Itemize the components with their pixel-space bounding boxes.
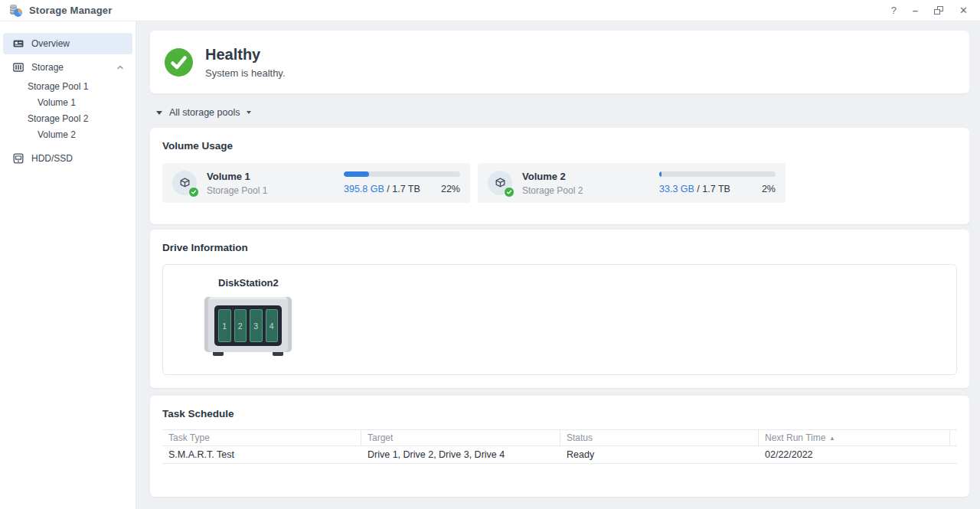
sidebar: Overview Storage Storage Pool 1 Volume 1… — [0, 21, 136, 509]
used-percent: 2% — [762, 184, 776, 194]
health-status-title: Healthy — [205, 46, 286, 64]
sidebar-item-storage[interactable]: Storage — [3, 57, 132, 78]
column-header-label: Next Run Time — [765, 432, 825, 443]
restore-button[interactable] — [934, 5, 943, 17]
usage-progress-fill — [344, 171, 369, 177]
volume-usage-section: Volume Usage Volume 1 Storage Pool 1 — [150, 128, 969, 224]
volume-tiles: Volume 1 Storage Pool 1 395.8 GB / 1.7 T… — [162, 163, 957, 203]
total-capacity: 1.7 TB — [392, 184, 420, 194]
chevron-up-icon — [116, 63, 125, 72]
usage-values: 395.8 GB / 1.7 TB 22% — [344, 184, 460, 194]
used-percent: 22% — [441, 184, 460, 194]
volume-cube-icon — [488, 171, 512, 195]
storage-icon — [12, 61, 24, 73]
cell-target: Drive 1, Drive 2, Drive 3, Drive 4 — [361, 449, 560, 460]
capacity-separator: / — [694, 184, 702, 194]
drive-bay-1[interactable]: 1 — [218, 309, 231, 342]
main-content: Healthy System is healthy. All storage p… — [137, 21, 980, 509]
column-header-label: Target — [368, 432, 393, 443]
column-header-label: Status — [567, 432, 593, 443]
column-header-next-run-time[interactable]: Next Run Time ▲ — [759, 430, 950, 445]
window-title: Storage Manager — [29, 5, 112, 16]
health-status-message: System is healthy. — [205, 67, 286, 79]
health-banner: Healthy System is healthy. — [150, 31, 969, 93]
usage-progress-track — [659, 171, 776, 177]
drive-bay-panel: 1 2 3 4 — [214, 305, 282, 346]
volume-labels: Volume 2 Storage Pool 2 — [522, 171, 583, 196]
column-header-label: Task Type — [168, 432, 210, 443]
collapse-caret-icon — [156, 111, 162, 115]
volume-usage-meter: 395.8 GB / 1.7 TB 22% — [344, 171, 460, 194]
sort-ascending-icon: ▲ — [829, 435, 835, 442]
column-header-target[interactable]: Target — [361, 430, 560, 445]
used-capacity: 33.3 GB — [659, 184, 694, 194]
sidebar-item-label: Volume 2 — [38, 129, 76, 140]
storage-manager-app-icon — [8, 3, 23, 18]
minimize-button[interactable]: – — [913, 5, 918, 17]
volume-healthy-badge-icon — [504, 187, 514, 197]
task-schedule-table: Task Type Target Status Next Run Time ▲ … — [162, 429, 957, 464]
drive-information-title: Drive Information — [162, 242, 957, 253]
healthy-check-icon — [165, 48, 193, 77]
nas-foot — [213, 352, 224, 356]
sidebar-item-label: Storage Pool 2 — [28, 113, 88, 124]
sidebar-item-label: Storage Pool 1 — [28, 81, 88, 92]
restore-icon — [934, 6, 943, 15]
drive-information-section: Drive Information DiskStation2 1 2 3 4 — [150, 230, 969, 388]
drive-bay-3[interactable]: 3 — [250, 309, 263, 342]
sidebar-item-label: Storage — [31, 62, 64, 73]
title-bar: Storage Manager ? – ✕ — [0, 0, 980, 21]
pool-filter-toggle[interactable]: All storage pools — [150, 101, 969, 124]
sidebar-item-storage-pool-1[interactable]: Storage Pool 1 — [0, 78, 136, 94]
volume-name: Volume 2 — [522, 171, 583, 182]
close-button[interactable]: ✕ — [959, 5, 968, 17]
cell-status: Ready — [560, 449, 759, 460]
table-header-row: Task Type Target Status Next Run Time ▲ — [162, 429, 957, 446]
volume-usage-title: Volume Usage — [162, 140, 957, 152]
volume-usage-meter: 33.3 GB / 1.7 TB 2% — [659, 171, 776, 194]
sidebar-item-label: Volume 1 — [38, 97, 76, 108]
usage-values: 33.3 GB / 1.7 TB 2% — [659, 184, 776, 194]
sidebar-item-storage-pool-2[interactable]: Storage Pool 2 — [0, 110, 136, 126]
volume-1-tile[interactable]: Volume 1 Storage Pool 1 395.8 GB / 1.7 T… — [162, 163, 470, 203]
cell-task-type: S.M.A.R.T. Test — [162, 449, 361, 460]
health-text: Healthy System is healthy. — [205, 46, 286, 79]
help-button[interactable]: ? — [891, 5, 897, 17]
used-capacity: 395.8 GB — [344, 184, 384, 194]
usage-progress-fill — [659, 171, 662, 177]
device-box: DiskStation2 1 2 3 4 — [162, 264, 957, 375]
column-header-task-type[interactable]: Task Type — [162, 430, 361, 445]
sidebar-item-label: HDD/SSD — [31, 153, 73, 164]
volume-pool-name: Storage Pool 1 — [207, 185, 267, 196]
volume-healthy-badge-icon — [188, 187, 199, 197]
usage-progress-track — [344, 171, 460, 177]
column-header-filler — [950, 430, 957, 445]
window-controls: ? – ✕ — [891, 5, 968, 17]
nas-enclosure-graphic: 1 2 3 4 — [204, 297, 292, 352]
column-header-status[interactable]: Status — [560, 430, 759, 445]
device-name: DiskStation2 — [218, 277, 956, 289]
task-schedule-title: Task Schedule — [162, 408, 957, 419]
sidebar-item-hdd-ssd[interactable]: HDD/SSD — [3, 148, 132, 169]
dropdown-caret-icon — [247, 111, 251, 114]
drive-bay-2[interactable]: 2 — [234, 309, 247, 342]
overview-icon — [12, 38, 24, 50]
table-row[interactable]: S.M.A.R.T. Test Drive 1, Drive 2, Drive … — [162, 446, 957, 464]
sidebar-item-overview[interactable]: Overview — [3, 33, 132, 54]
volume-cube-icon — [172, 171, 197, 195]
cell-next-run-time: 02/22/2022 — [759, 449, 950, 460]
task-schedule-section: Task Schedule Task Type Target Status Ne… — [150, 396, 969, 497]
total-capacity: 1.7 TB — [702, 184, 730, 194]
nas-foot — [273, 352, 283, 356]
volume-2-tile[interactable]: Volume 2 Storage Pool 2 33.3 GB / 1.7 TB… — [478, 163, 786, 203]
volume-name: Volume 1 — [207, 171, 267, 182]
volume-labels: Volume 1 Storage Pool 1 — [207, 171, 267, 196]
capacity-separator: / — [384, 184, 392, 194]
pool-filter-label: All storage pools — [169, 107, 240, 118]
volume-pool-name: Storage Pool 2 — [522, 185, 583, 196]
drive-bay-4[interactable]: 4 — [266, 309, 279, 342]
sidebar-item-label: Overview — [31, 38, 70, 49]
sidebar-item-volume-2[interactable]: Volume 2 — [0, 126, 136, 142]
sidebar-item-volume-1[interactable]: Volume 1 — [0, 94, 136, 110]
hdd-icon — [12, 152, 24, 165]
